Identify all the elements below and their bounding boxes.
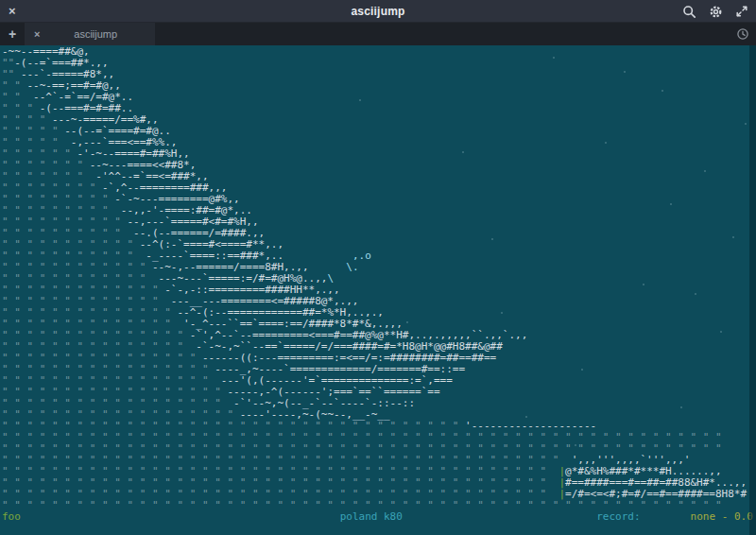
app-window: × asciijump xyxy=(0,0,756,535)
tab-close-icon[interactable]: × xyxy=(34,28,40,40)
snowflake-dot xyxy=(605,142,607,144)
snowflake-dot xyxy=(662,90,663,92)
fullscreen-icon[interactable] xyxy=(735,5,748,18)
snowflake-dot xyxy=(695,293,696,295)
terminal-row: ""-(--=`===##*.,, xyxy=(2,58,756,69)
terminal-screen: -~~--====##&@,""-(--=`===##*.,,"" ---`-=… xyxy=(0,45,756,535)
titlebar: × asciijump xyxy=(0,0,756,23)
terminal[interactable]: -~~--====##&@,""-(--=`===##*.,,"" ---`-=… xyxy=(0,45,756,535)
tab-label: asciijump xyxy=(45,28,146,40)
snowflake-dot xyxy=(680,406,682,408)
snowflake-dot xyxy=(745,123,747,125)
titlebar-actions xyxy=(682,0,748,23)
snowflake-dot xyxy=(704,170,706,172)
snowflake-dot xyxy=(553,57,555,59)
session-restore-icon[interactable] xyxy=(736,23,749,45)
terminal-row: -~~--====##&@, xyxy=(2,46,756,58)
snowflake-dot xyxy=(525,416,527,418)
snowflake-dot xyxy=(624,71,626,73)
snowflake-dot xyxy=(670,203,672,205)
snowflake-dot xyxy=(720,331,722,333)
terminal-row: foo poland k80 record: none - 0.0 xyxy=(2,511,756,523)
snowflake-dot xyxy=(359,99,361,101)
snowflake-dot xyxy=(643,284,644,285)
snowflake-dot xyxy=(575,444,576,446)
tab-bar: + × asciijump xyxy=(0,23,756,45)
terminal-scrollbar[interactable] xyxy=(749,45,756,535)
window-title: asciijump xyxy=(351,5,404,18)
tab-asciijump[interactable]: × asciijump xyxy=(25,23,155,45)
snowflake-dot xyxy=(406,321,408,323)
window-close-button[interactable]: × xyxy=(9,0,16,23)
snowflake-dot xyxy=(462,151,464,153)
snowflake-dot xyxy=(491,238,493,240)
gear-icon[interactable] xyxy=(709,5,723,19)
snowflake-dot xyxy=(501,312,503,314)
snowflake-dot xyxy=(581,369,583,371)
new-tab-button[interactable]: + xyxy=(0,23,25,45)
search-icon[interactable] xyxy=(682,5,696,19)
snowflake-dot xyxy=(732,236,734,238)
